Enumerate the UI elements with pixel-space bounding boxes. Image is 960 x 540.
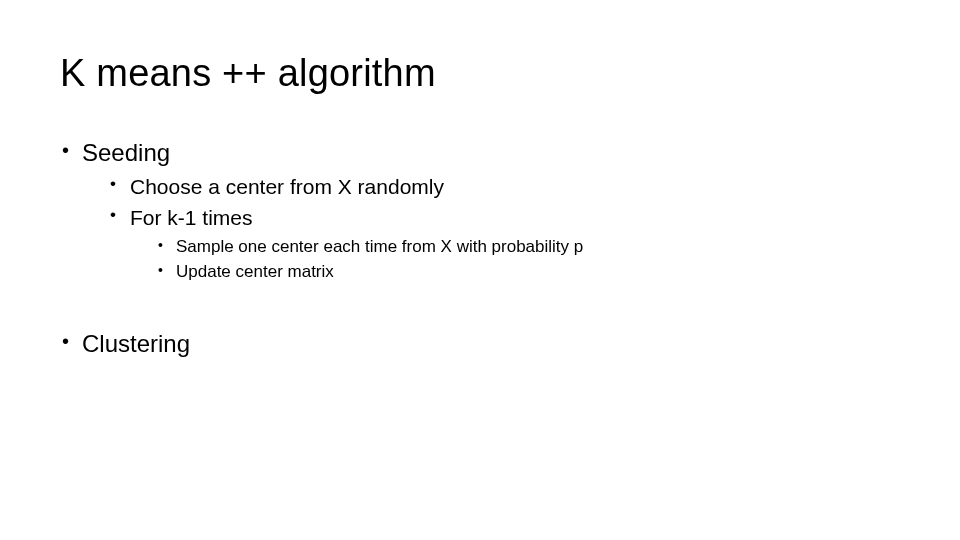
bullet-clustering: Clustering [60,328,900,360]
spacer [60,288,900,328]
bullet-list-lvl1-b: Clustering [60,328,900,360]
bullet-sample-label: Sample one center each time from X with … [176,237,583,256]
bullet-choose-label: Choose a center from X randomly [130,175,444,198]
bullet-fork: For k-1 times Sample one center each tim… [108,204,900,284]
bullet-seeding-label: Seeding [82,139,170,166]
slide: K means ++ algorithm Seeding Choose a ce… [0,0,960,540]
bullet-list-lvl2-seeding: Choose a center from X randomly For k-1 … [82,173,900,284]
bullet-sample: Sample one center each time from X with … [156,236,900,259]
bullet-seeding: Seeding Choose a center from X randomly … [60,137,900,284]
bullet-list-lvl3-fork: Sample one center each time from X with … [130,236,900,284]
bullet-clustering-label: Clustering [82,330,190,357]
bullet-list-lvl1: Seeding Choose a center from X randomly … [60,137,900,284]
slide-title: K means ++ algorithm [60,52,900,95]
bullet-choose: Choose a center from X randomly [108,173,900,201]
bullet-update-label: Update center matrix [176,262,334,281]
bullet-fork-label: For k-1 times [130,206,253,229]
bullet-update: Update center matrix [156,261,900,284]
